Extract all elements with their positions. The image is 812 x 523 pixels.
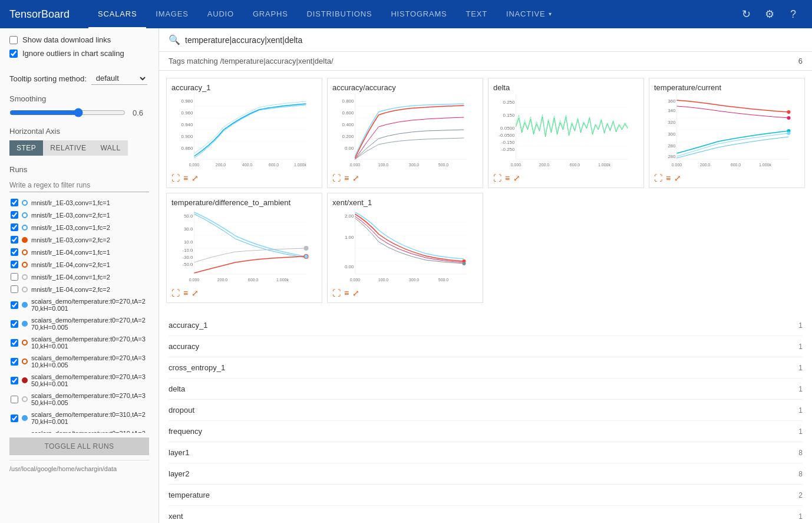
run-checkbox[interactable]: [11, 339, 18, 347]
run-item: mnist/lr_1E-03,conv=1,fc=1: [9, 197, 149, 208]
nav-tabs: SCALARS IMAGES AUDIO GRAPHS DISTRIBUTION…: [88, 0, 737, 28]
fullscreen-icon[interactable]: ⤢: [352, 288, 359, 298]
svg-text:0.000: 0.000: [350, 163, 361, 167]
chart-area: 360 340 320 300 280 280 0.000 200.0 600.…: [654, 94, 800, 171]
nav-tab-histograms[interactable]: HISTOGRAMS: [381, 0, 456, 28]
show-download-checkbox[interactable]: [9, 36, 18, 44]
run-checkbox[interactable]: [11, 358, 18, 366]
runs-filter-input[interactable]: [9, 179, 149, 192]
svg-text:0.000: 0.000: [189, 278, 200, 282]
menu-icon[interactable]: ≡: [505, 173, 510, 183]
nav-tab-audio[interactable]: AUDIO: [198, 0, 243, 28]
svg-text:300.0: 300.0: [409, 163, 420, 167]
svg-text:600.0: 600.0: [570, 163, 580, 167]
run-checkbox[interactable]: [11, 211, 18, 219]
nav-tab-text[interactable]: TEXT: [457, 0, 497, 28]
toggle-all-button[interactable]: TOGGLE ALL RUNS: [9, 438, 149, 455]
nav-tab-distributions[interactable]: DISTRIBUTIONS: [298, 0, 382, 28]
smoothing-row: 0.6: [9, 108, 149, 117]
chart-area: 0.250 0.150 0.0500 -0.0500 -0.150 -0.250…: [493, 94, 639, 171]
tag-row: layer2 8: [169, 463, 803, 485]
run-checkbox[interactable]: [11, 223, 18, 231]
svg-text:1.000k: 1.000k: [759, 163, 772, 167]
menu-icon[interactable]: ≡: [344, 173, 349, 183]
run-checkbox[interactable]: [11, 236, 18, 244]
run-checkbox[interactable]: [11, 377, 18, 384]
expand-icon[interactable]: ⛶: [171, 288, 180, 298]
svg-text:0.00: 0.00: [345, 264, 354, 269]
charts-grid: accuracy_1 0.980 0.960 0.940: [159, 71, 812, 310]
axis-wall-button[interactable]: WALL: [93, 140, 127, 156]
svg-text:0.900: 0.900: [181, 134, 193, 139]
svg-text:0.000: 0.000: [350, 278, 361, 282]
nav-tab-images[interactable]: IMAGES: [146, 0, 197, 28]
run-checkbox[interactable]: [11, 248, 18, 256]
svg-point-100: [463, 262, 466, 265]
tag-row: accuracy 1: [169, 336, 803, 357]
fullscreen-icon[interactable]: ⤢: [674, 173, 681, 183]
run-checkbox[interactable]: [11, 199, 18, 206]
run-checkbox[interactable]: [11, 285, 18, 293]
svg-text:2.00: 2.00: [345, 213, 354, 219]
run-checkbox[interactable]: [11, 273, 18, 281]
expand-icon[interactable]: ⛶: [493, 173, 501, 183]
chevron-down-icon: ▾: [549, 11, 552, 17]
svg-text:-50.0: -50.0: [182, 262, 193, 267]
run-checkbox[interactable]: [11, 320, 18, 328]
run-color-dot: [22, 262, 28, 268]
menu-icon[interactable]: ≡: [183, 173, 188, 183]
svg-text:10.0: 10.0: [184, 239, 193, 245]
svg-text:0.980: 0.980: [181, 98, 193, 104]
app-title: TensorBoard: [9, 8, 70, 21]
run-checkbox[interactable]: [11, 396, 18, 403]
main-content: 🔍 Tags matching /temperature|accuracy|xe…: [159, 28, 812, 523]
runs-filter: [9, 179, 149, 192]
tooltip-select[interactable]: default descending ascending: [91, 72, 147, 85]
settings-button[interactable]: ⚙: [760, 5, 779, 24]
menu-icon[interactable]: ≡: [183, 288, 188, 298]
fullscreen-icon[interactable]: ⤢: [192, 173, 199, 183]
run-checkbox[interactable]: [11, 301, 18, 309]
svg-text:-0.150: -0.150: [501, 140, 515, 145]
svg-text:0.000: 0.000: [672, 163, 682, 167]
chart-actions: ⛶ ≡ ⤢: [654, 171, 800, 183]
nav-tab-graphs[interactable]: GRAPHS: [243, 0, 298, 28]
run-item: scalars_demo/temperature:t0=270,tA=310,k…: [9, 353, 149, 370]
search-input[interactable]: [185, 35, 803, 45]
nav-tab-scalars[interactable]: SCALARS: [88, 0, 146, 28]
fullscreen-icon[interactable]: ⤢: [513, 173, 520, 183]
expand-icon[interactable]: ⛶: [654, 173, 662, 183]
run-label: mnist/lr_1E-03,conv=2,fc=1: [31, 212, 110, 219]
run-label: mnist/lr_1E-04,conv=2,fc=1: [31, 261, 110, 268]
tag-name: temperature: [169, 491, 210, 499]
expand-icon[interactable]: ⛶: [332, 288, 341, 298]
fullscreen-icon[interactable]: ⤢: [192, 288, 199, 298]
chart-accuracy-1: accuracy_1 0.980 0.960 0.940: [166, 78, 322, 188]
fullscreen-icon[interactable]: ⤢: [352, 173, 359, 183]
svg-text:320: 320: [668, 120, 676, 125]
help-button[interactable]: ?: [784, 5, 803, 24]
tag-count: 1: [798, 512, 803, 521]
axis-step-button[interactable]: STEP: [9, 140, 43, 156]
run-color-dot: [22, 302, 28, 308]
nav-tab-inactive[interactable]: INACTIVE ▾: [497, 0, 562, 28]
axis-relative-button[interactable]: RELATIVE: [43, 140, 93, 156]
chart-area: 2.00 1.00 0.00 0.000 100.0 300.0 500.0: [332, 209, 478, 286]
refresh-button[interactable]: ↻: [737, 5, 755, 24]
svg-point-63: [787, 110, 791, 114]
tag-row: xent 1: [169, 506, 803, 523]
menu-icon[interactable]: ≡: [344, 288, 349, 298]
run-label: mnist/lr_1E-03,conv=2,fc=2: [31, 236, 110, 244]
svg-text:500.0: 500.0: [438, 163, 449, 167]
smoothing-slider[interactable]: [9, 108, 126, 117]
run-checkbox[interactable]: [11, 415, 18, 422]
tag-name: dropout: [169, 406, 194, 415]
expand-icon[interactable]: ⛶: [171, 173, 180, 183]
run-label: scalars_demo/temperature:t0=310,tA=270,k…: [31, 411, 148, 425]
svg-text:0.860: 0.860: [181, 146, 193, 151]
ignore-outliers-checkbox[interactable]: [9, 50, 18, 58]
run-label: scalars_demo/temperature:t0=270,tA=350,k…: [31, 392, 148, 406]
expand-icon[interactable]: ⛶: [332, 173, 341, 183]
run-checkbox[interactable]: [11, 261, 18, 268]
menu-icon[interactable]: ≡: [666, 173, 671, 183]
